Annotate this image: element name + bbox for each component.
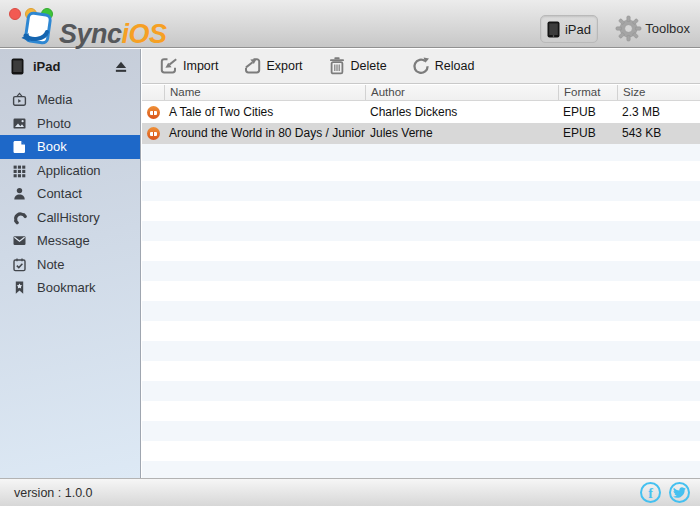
syncios-logo-icon [16, 11, 56, 51]
ipad-icon [11, 58, 24, 75]
sidebar-item-label: Bookmark [37, 280, 96, 295]
contact-icon [12, 186, 27, 201]
sidebar-item-bookmark[interactable]: Bookmark [0, 276, 140, 300]
bookmark-icon [12, 280, 27, 295]
eject-icon[interactable] [114, 59, 129, 74]
sidebar-item-application[interactable]: Application [0, 159, 140, 183]
delete-button[interactable]: Delete [327, 56, 387, 76]
sidebar-item-label: Media [37, 92, 72, 107]
sidebar-item-message[interactable]: Message [0, 229, 140, 253]
app-logo: SynciOS [16, 11, 167, 51]
photo-icon [12, 116, 27, 131]
sidebar-device-header: iPad [0, 49, 140, 84]
toolbox-label: Toolbox [645, 21, 690, 36]
table-row[interactable]: A Tale of Two Cities Charles Dickens EPU… [142, 102, 700, 123]
toolbar: Import Export Delete Reload [142, 49, 700, 84]
column-header-author[interactable]: Author [365, 85, 558, 100]
device-tab-label: iPad [565, 22, 591, 37]
ipad-icon [547, 21, 560, 38]
cell-format: EPUB [558, 123, 617, 144]
sidebar-item-media[interactable]: Media [0, 88, 140, 112]
delete-icon [327, 56, 347, 76]
column-header-format[interactable]: Format [558, 85, 617, 100]
twitter-icon[interactable] [669, 482, 690, 503]
table-row-selected[interactable]: Around the World in 80 Days / Junior Edi… [142, 123, 700, 144]
social-links: f [640, 482, 690, 503]
sidebar-item-label: Note [37, 257, 64, 272]
sidebar-item-label: Book [37, 139, 67, 154]
sidebar-item-contact[interactable]: Contact [0, 182, 140, 206]
reload-button[interactable]: Reload [411, 56, 475, 76]
import-icon [159, 56, 179, 76]
callhistory-icon [12, 210, 27, 225]
ebook-icon [142, 102, 164, 123]
book-list-background [142, 102, 700, 478]
column-icon-gutter [142, 85, 164, 100]
export-label: Export [266, 59, 302, 73]
export-icon [242, 56, 262, 76]
book-icon [12, 139, 27, 154]
reload-icon [411, 56, 431, 76]
cell-size: 2.3 MB [617, 102, 700, 123]
cell-size: 543 KB [617, 123, 700, 144]
sidebar-item-label: Photo [37, 116, 71, 131]
sidebar-item-photo[interactable]: Photo [0, 112, 140, 136]
cell-name: Around the World in 80 Days / Junior Edi… [164, 123, 365, 144]
import-button[interactable]: Import [159, 56, 218, 76]
table-header: Name Author Format Size [142, 85, 700, 101]
sidebar-item-label: Application [37, 163, 101, 178]
sidebar-item-label: CallHistory [37, 210, 100, 225]
sidebar-item-label: Message [37, 233, 90, 248]
sidebar: iPad Media Photo B [0, 49, 141, 478]
cell-format: EPUB [558, 102, 617, 123]
column-header-size[interactable]: Size [617, 85, 700, 100]
import-label: Import [183, 59, 218, 73]
toolbox-button[interactable]: Toolbox [615, 13, 690, 43]
statusbar: version : 1.0.0 f [0, 478, 700, 506]
message-icon [12, 233, 27, 248]
sidebar-item-callhistory[interactable]: CallHistory [0, 206, 140, 230]
cell-name: A Tale of Two Cities [164, 102, 365, 123]
cell-author: Jules Verne [365, 123, 558, 144]
delete-label: Delete [351, 59, 387, 73]
media-icon [12, 92, 27, 107]
sidebar-item-book[interactable]: Book [0, 135, 140, 159]
gear-icon [615, 15, 642, 42]
ebook-icon [142, 123, 164, 144]
device-tab-ipad[interactable]: iPad [540, 15, 598, 43]
note-icon [12, 257, 27, 272]
sidebar-item-note[interactable]: Note [0, 253, 140, 277]
sidebar-item-label: Contact [37, 186, 82, 201]
column-header-name[interactable]: Name [164, 85, 365, 100]
syncios-window: SynciOS iPad [0, 0, 700, 506]
facebook-icon[interactable]: f [640, 482, 661, 503]
version-label: version : 1.0.0 [14, 486, 93, 500]
application-icon [12, 163, 27, 178]
sidebar-device-label: iPad [33, 59, 114, 74]
reload-label: Reload [435, 59, 475, 73]
cell-author: Charles Dickens [365, 102, 558, 123]
export-button[interactable]: Export [242, 56, 302, 76]
sidebar-items: Media Photo Book Application [0, 88, 140, 300]
titlebar: SynciOS iPad [0, 0, 700, 48]
app-title: SynciOS [59, 17, 167, 51]
